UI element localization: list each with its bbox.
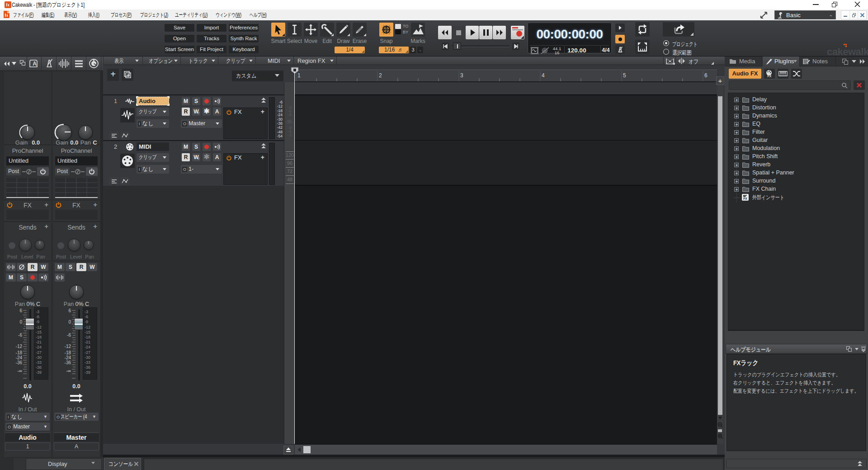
svg-text:4: 4	[542, 72, 545, 79]
svg-text:A: A	[33, 61, 37, 67]
svg-text:3: 3	[460, 72, 463, 79]
svg-text:FX: FX	[768, 75, 772, 78]
svg-text:2: 2	[379, 72, 382, 79]
svg-text:5: 5	[623, 72, 626, 79]
svg-text:FX: FX	[743, 197, 747, 200]
svg-text:6: 6	[704, 72, 708, 79]
